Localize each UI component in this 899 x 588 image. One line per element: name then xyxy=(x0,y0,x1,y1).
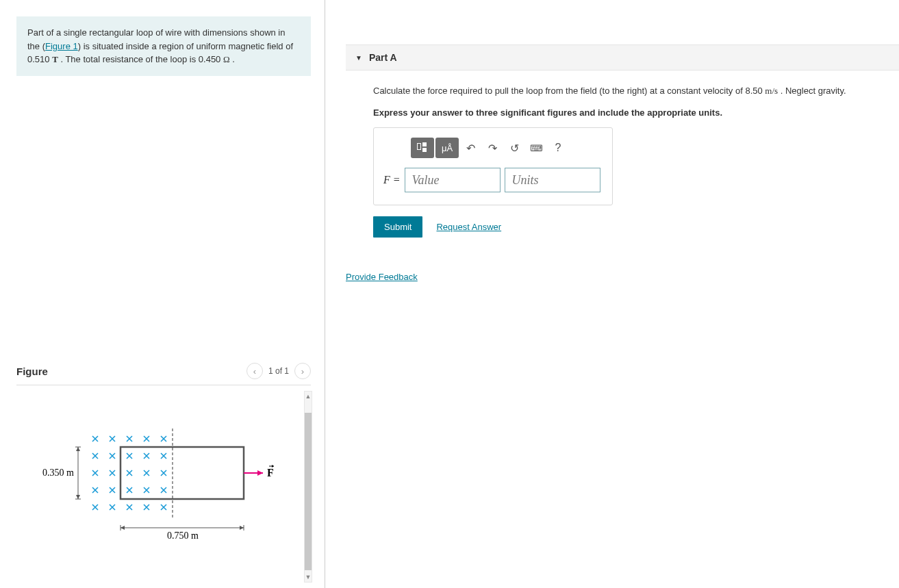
variable-label: F = xyxy=(383,174,401,186)
value-input[interactable] xyxy=(405,168,501,192)
answer-toolbar: μÅ ↶ ↷ ↺ ⌨ ? xyxy=(411,138,603,158)
part-a-title: Part A xyxy=(369,52,397,63)
unit-tesla: T xyxy=(52,54,58,64)
svg-marker-3 xyxy=(257,470,263,476)
help-icon[interactable]: ? xyxy=(548,138,568,158)
figure-next-button[interactable]: › xyxy=(294,363,311,379)
figure-pager: ‹ 1 of 1 › xyxy=(246,363,311,379)
templates-button[interactable] xyxy=(411,138,434,158)
scroll-up-icon[interactable]: ▲ xyxy=(305,392,312,401)
provide-feedback-link[interactable]: Provide Feedback xyxy=(346,272,418,282)
problem-text-3: . The total resistance of the loop is 0.… xyxy=(58,54,223,64)
unit-ohm: Ω xyxy=(223,54,230,64)
undo-icon[interactable]: ↶ xyxy=(460,138,481,158)
keyboard-icon[interactable]: ⌨ xyxy=(526,138,546,158)
reset-icon[interactable]: ↺ xyxy=(504,138,524,158)
svg-marker-11 xyxy=(76,495,80,499)
submit-button[interactable]: Submit xyxy=(373,216,422,238)
svg-marker-17 xyxy=(240,526,244,530)
part-a-header[interactable]: ▼ Part A xyxy=(346,44,899,71)
problem-text-4: . xyxy=(230,54,235,64)
svg-text:0.750 m: 0.750 m xyxy=(167,531,199,541)
request-answer-link[interactable]: Request Answer xyxy=(436,222,501,232)
figure-prev-button[interactable]: ‹ xyxy=(246,363,263,379)
figure-scrollbar[interactable]: ▲ ▼ xyxy=(304,391,312,583)
question-text: Calculate the force required to pull the… xyxy=(373,84,866,98)
scroll-down-icon[interactable]: ▼ xyxy=(305,572,312,582)
redo-icon[interactable]: ↷ xyxy=(482,138,503,158)
problem-statement: Part of a single rectangular loop of wir… xyxy=(16,16,311,76)
figure-title: Figure xyxy=(16,366,48,377)
collapse-icon: ▼ xyxy=(355,54,362,62)
svg-text:0.350 m: 0.350 m xyxy=(42,468,74,478)
units-button[interactable]: μÅ xyxy=(435,138,459,158)
figure-diagram: F 0.350 m xyxy=(16,391,304,583)
units-input[interactable] xyxy=(505,168,600,192)
figure-pager-text: 1 of 1 xyxy=(268,366,289,376)
svg-marker-10 xyxy=(76,447,80,451)
svg-rect-1 xyxy=(121,447,244,499)
answer-instruction: Express your answer to three significant… xyxy=(373,106,866,120)
scroll-thumb[interactable] xyxy=(305,413,312,570)
svg-marker-16 xyxy=(121,526,125,530)
svg-text:F: F xyxy=(267,467,274,478)
answer-panel: μÅ ↶ ↷ ↺ ⌨ ? F = xyxy=(373,127,613,205)
figure-link[interactable]: Figure 1 xyxy=(45,41,78,51)
